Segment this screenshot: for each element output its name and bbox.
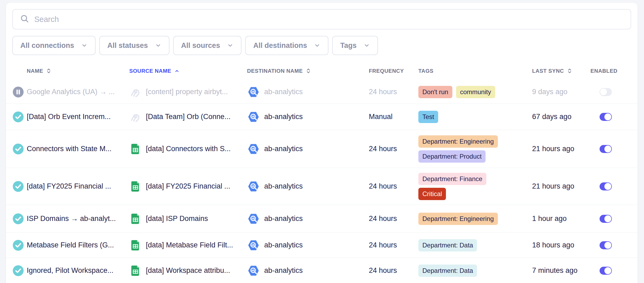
toggle-knob — [604, 215, 611, 222]
chevron-down-icon — [227, 42, 233, 49]
enabled-toggle[interactable] — [600, 267, 612, 275]
google-sheets-icon — [129, 239, 142, 251]
connection-name: Connectors with State M... — [27, 145, 112, 153]
tag: Department: Engineering — [418, 213, 498, 225]
frequency: 24 hours — [369, 145, 397, 153]
frequency: 24 hours — [369, 88, 397, 96]
last-sync: 18 hours ago — [532, 241, 574, 249]
paused-icon — [12, 86, 24, 98]
google-sheets-icon — [129, 180, 142, 193]
filter-bar: All connections All statuses All sources… — [12, 36, 631, 55]
last-sync: 21 hours ago — [532, 145, 574, 153]
table-header: NAME SOURCE NAME DESTINATION NAME FREQUE… — [6, 62, 638, 80]
connection-name: [data] FY2025 Financial ... — [27, 182, 111, 190]
connection-row[interactable]: ISP Domains → ab-analyt... [data] ISP Do… — [6, 205, 638, 233]
sort-icon — [46, 68, 52, 74]
filter-label: All statuses — [107, 41, 148, 50]
connection-name: ISP Domains → ab-analyt... — [27, 215, 116, 223]
search-input[interactable] — [34, 15, 624, 24]
filter-all-connections[interactable]: All connections — [12, 36, 96, 55]
connection-row[interactable]: Metabase Field Filters (G... [data] Meta… — [6, 233, 638, 258]
column-header-destination-name[interactable]: DESTINATION NAME — [247, 68, 311, 74]
column-header-last-sync[interactable]: LAST SYNC — [532, 68, 573, 74]
tag: community — [456, 86, 495, 98]
filter-all-destinations[interactable]: All destinations — [245, 36, 328, 55]
search-bar — [12, 9, 631, 29]
toggle-knob — [604, 146, 611, 152]
column-header-source-name[interactable]: SOURCE NAME — [129, 68, 180, 74]
bigquery-icon — [247, 264, 260, 277]
source-name: [data] Workspace attribu... — [146, 266, 230, 275]
source-name: [data] Metabase Field Filt... — [146, 241, 233, 249]
toggle-knob — [604, 113, 611, 120]
enabled-toggle[interactable] — [600, 241, 612, 249]
connection-row[interactable]: Google Analytics (UA) → ... [content] pr… — [6, 80, 638, 104]
filter-label: Tags — [340, 41, 357, 50]
source-name: [Data Team] Orb (Conne... — [146, 113, 230, 121]
synced-icon — [12, 181, 24, 192]
synced-icon — [12, 213, 24, 225]
column-header-tags: TAGS — [418, 68, 433, 74]
enabled-toggle[interactable] — [600, 88, 612, 96]
toggle-knob — [604, 183, 611, 190]
chevron-down-icon — [363, 42, 370, 49]
frequency: 24 hours — [369, 182, 397, 190]
filter-all-statuses[interactable]: All statuses — [99, 36, 169, 55]
connection-name: [Data] Orb Event Increm... — [27, 113, 111, 121]
last-sync: 7 minutes ago — [532, 266, 578, 274]
last-sync: 21 hours ago — [532, 182, 574, 190]
chevron-down-icon — [155, 42, 161, 49]
destination-name: ab-analytics — [264, 266, 303, 275]
tag: Critical — [418, 188, 446, 200]
airbyte-icon — [129, 111, 142, 123]
toggle-knob — [604, 267, 611, 274]
bigquery-icon — [247, 143, 260, 155]
enabled-toggle[interactable] — [600, 145, 612, 153]
bigquery-icon — [247, 180, 260, 193]
connection-row[interactable]: [Data] Orb Event Increm... [Data Team] O… — [6, 104, 638, 130]
synced-icon — [12, 143, 24, 155]
tag: Department: Product — [418, 150, 486, 163]
enabled-toggle[interactable] — [600, 182, 612, 190]
enabled-toggle[interactable] — [600, 215, 612, 223]
frequency: 24 hours — [369, 241, 397, 249]
enabled-toggle[interactable] — [600, 113, 612, 121]
bigquery-icon — [247, 110, 260, 123]
destination-name: ab-analytics — [264, 145, 303, 153]
connection-row[interactable]: Connectors with State M... [data] Connec… — [6, 130, 638, 168]
frequency: 24 hours — [369, 266, 397, 274]
frequency: 24 hours — [369, 215, 397, 223]
filter-all-sources[interactable]: All sources — [173, 36, 242, 55]
tag: Test — [418, 111, 438, 123]
filter-label: All connections — [20, 41, 74, 50]
sort-icon — [567, 68, 573, 74]
tag: Department: Engineering — [418, 135, 498, 148]
synced-icon — [12, 265, 24, 277]
bigquery-icon — [247, 239, 260, 252]
connection-name: Ignored, Pilot Workspace... — [27, 266, 113, 274]
chevron-down-icon — [314, 42, 320, 49]
column-header-name[interactable]: NAME — [27, 68, 52, 74]
source-name: [data] Connectors with S... — [146, 145, 231, 153]
synced-icon — [12, 111, 24, 123]
destination-name: ab-analytics — [264, 182, 303, 190]
tag: Department: Data — [418, 265, 477, 277]
destination-name: ab-analytics — [264, 241, 303, 249]
tag: Department: Finance — [418, 173, 486, 185]
toggle-knob — [604, 242, 611, 249]
filter-tags[interactable]: Tags — [332, 36, 378, 55]
destination-name: ab-analytics — [264, 113, 303, 121]
tag: Department: Data — [418, 239, 477, 251]
search-icon — [20, 14, 29, 25]
frequency: Manual — [369, 113, 393, 121]
filter-label: All destinations — [253, 41, 307, 50]
sort-asc-icon — [174, 68, 180, 74]
connection-row[interactable]: Ignored, Pilot Workspace... [data] Works… — [6, 258, 638, 283]
last-sync: 1 hour ago — [532, 215, 567, 223]
column-header-enabled: ENABLED — [590, 68, 618, 74]
synced-icon — [12, 239, 24, 251]
connection-row[interactable]: [data] FY2025 Financial ... [data] FY202… — [6, 168, 638, 205]
source-name: [data] FY2025 Financial ... — [146, 182, 230, 190]
destination-name: ab-analytics — [264, 215, 303, 223]
toggle-knob — [600, 89, 607, 95]
